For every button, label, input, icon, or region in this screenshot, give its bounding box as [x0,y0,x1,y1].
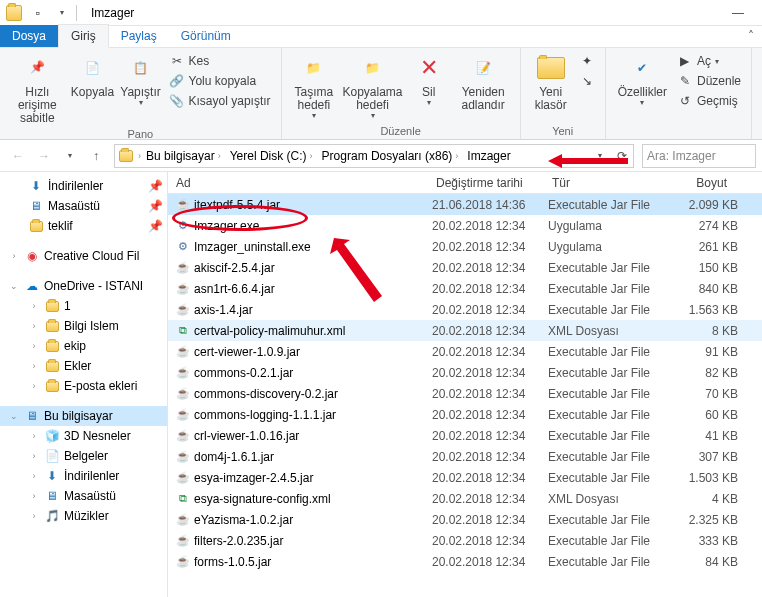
tree-downloads[interactable]: ⬇İndirilenler📌 [0,176,167,196]
group-clipboard-label: Pano [6,128,275,142]
file-row[interactable]: axis-1.4.jar20.02.2018 12:34Executable J… [168,299,762,320]
search-input[interactable]: Ara: Imzager [642,144,756,168]
file-row[interactable]: forms-1.0.5.jar20.02.2018 12:34Executabl… [168,551,762,572]
file-date: 20.02.2018 12:34 [432,471,548,485]
file-row[interactable]: akiscif-2.5.4.jar20.02.2018 12:34Executa… [168,257,762,278]
open-button[interactable]: ▶Aç▾ [673,52,745,70]
col-name[interactable]: Ad [168,176,428,190]
breadcrumb[interactable]: › Bu bilgisayar› Yerel Disk (C:)› Progra… [114,144,634,168]
file-row[interactable]: Imzager.exe20.02.2018 12:34Uygulama274 K… [168,215,762,236]
file-row[interactable]: esya-imzager-2.4.5.jar20.02.2018 12:34Ex… [168,467,762,488]
file-row[interactable]: commons-logging-1.1.1.jar20.02.2018 12:3… [168,404,762,425]
tree-od-ekip[interactable]: ›ekip [0,336,167,356]
select-all-button[interactable]: ☰Tümünü [758,52,762,70]
new-folder-button[interactable]: Yeni klasör [527,50,575,114]
tree-music[interactable]: ›🎵Müzikler [0,506,167,526]
navigation-tree[interactable]: ⬇İndirilenler📌 🖥Masaüstü📌 teklif📌 ›◉Crea… [0,172,168,597]
tree-od-ekler[interactable]: ›Ekler [0,356,167,376]
tree-desk[interactable]: ›🖥Masaüstü [0,486,167,506]
easy-access-button[interactable]: ↘ [575,72,599,90]
tab-share[interactable]: Paylaş [109,25,169,47]
file-row[interactable]: dom4j-1.6.1.jar20.02.2018 12:34Executabl… [168,446,762,467]
forward-button[interactable]: → [32,144,56,168]
col-type[interactable]: Tür [544,176,668,190]
file-name: Imzager.exe [192,219,432,233]
file-size: 8 KB [672,324,738,338]
tree-od-bilgi[interactable]: ›Bilgi Islem [0,316,167,336]
breadcrumb-seg-2[interactable]: Program Dosyaları (x86)› [318,145,464,167]
tree-3d[interactable]: ›🧊3D Nesneler [0,426,167,446]
breadcrumb-seg-1[interactable]: Yerel Disk (C:)› [226,145,318,167]
file-type: Executable Jar File [548,555,672,569]
file-row[interactable]: eYazisma-1.0.2.jar20.02.2018 12:34Execut… [168,509,762,530]
col-date[interactable]: Değiştirme tarihi [428,176,544,190]
qat-dropdown-icon[interactable]: ▾ [52,3,72,23]
tab-file[interactable]: Dosya [0,25,58,47]
rename-button[interactable]: 📝 Yeniden adlandır [453,50,514,114]
cut-button[interactable]: ✂Kes [165,52,275,70]
col-size[interactable]: Boyut [668,176,736,190]
breadcrumb-seg-3[interactable]: Imzager [463,145,514,167]
ribbon-expand-icon[interactable]: ˄ [740,25,762,47]
file-size: 333 KB [672,534,738,548]
file-size: 1.503 KB [672,471,738,485]
file-row[interactable]: Imzager_uninstall.exe20.02.2018 12:34Uyg… [168,236,762,257]
rename-label: Yeniden adlandır [459,86,508,112]
refresh-button[interactable]: ⟳ [611,145,633,167]
tree-onedrive[interactable]: ⌄☁OneDrive - ISTANI [0,276,167,296]
file-row[interactable]: itextpdf-5.5.4.jar21.06.2018 14:36Execut… [168,194,762,215]
invert-selection-button[interactable]: ◧Diğerler [758,92,762,110]
file-date: 20.02.2018 12:34 [432,513,548,527]
breadcrumb-dropdown[interactable]: ▾ [589,145,611,167]
edit-button[interactable]: ✎Düzenle [673,72,745,90]
history-button[interactable]: ↺Geçmiş [673,92,745,110]
qat-properties-icon[interactable]: ▫ [28,3,48,23]
file-row[interactable]: crl-viewer-1.0.16.jar20.02.2018 12:34Exe… [168,425,762,446]
pin-quick-access-button[interactable]: 📌 Hızlı erişime sabitle [6,50,69,128]
file-size: 91 KB [672,345,738,359]
breadcrumb-folder-icon [115,150,137,162]
file-row[interactable]: cert-viewer-1.0.9.jar20.02.2018 12:34Exe… [168,341,762,362]
tree-this-pc[interactable]: ⌄🖥Bu bilgisayar [0,406,167,426]
file-type: Executable Jar File [548,261,672,275]
up-button[interactable]: ↑ [84,144,108,168]
tree-od-eposta[interactable]: ›E-posta ekleri [0,376,167,396]
file-row[interactable]: esya-signature-config.xml20.02.2018 12:3… [168,488,762,509]
tree-docs[interactable]: ›📄Belgeler [0,446,167,466]
copy-button[interactable]: 📄 Kopyala [69,50,117,101]
copyto-label: Kopyalama hedefi [343,86,403,112]
properties-button[interactable]: ✔ Özellikler▾ [612,50,673,110]
group-select-label [758,137,762,139]
back-button[interactable]: ← [6,144,30,168]
move-to-button[interactable]: 📁 Taşıma hedefi▾ [288,50,341,123]
file-row[interactable]: certval-policy-malimuhur.xml20.02.2018 1… [168,320,762,341]
copy-to-button[interactable]: 📁 Kopyalama hedefi▾ [340,50,404,123]
tab-view[interactable]: Görünüm [169,25,243,47]
file-name: esya-imzager-2.4.5.jar [192,471,432,485]
jar-icon [174,197,192,213]
new-item-button[interactable]: ✦ [575,52,599,70]
jar-icon [174,449,192,465]
paste-shortcut-button[interactable]: 📎Kısayol yapıştır [165,92,275,110]
delete-button[interactable]: ✕ Sil▾ [405,50,453,110]
file-date: 20.02.2018 12:34 [432,261,548,275]
file-row[interactable]: filters-2.0.235.jar20.02.2018 12:34Execu… [168,530,762,551]
tab-home[interactable]: Giriş [58,24,109,48]
paste-button[interactable]: 📋 Yapıştır ▾ [117,50,165,110]
tree-od-1[interactable]: ›1 [0,296,167,316]
tree-dl[interactable]: ›⬇İndirilenler [0,466,167,486]
file-row[interactable]: commons-0.2.1.jar20.02.2018 12:34Executa… [168,362,762,383]
minimize-button[interactable]: — [718,1,758,25]
tree-desktop[interactable]: 🖥Masaüstü📌 [0,196,167,216]
file-row[interactable]: commons-discovery-0.2.jar20.02.2018 12:3… [168,383,762,404]
file-list[interactable]: Ad Değiştirme tarihi Tür Boyut itextpdf-… [168,172,762,597]
file-name: Imzager_uninstall.exe [192,240,432,254]
file-size: 2.325 KB [672,513,738,527]
file-row[interactable]: asn1rt-6.6.4.jar20.02.2018 12:34Executab… [168,278,762,299]
tree-teklif[interactable]: teklif📌 [0,216,167,236]
breadcrumb-seg-0[interactable]: Bu bilgisayar› [142,145,226,167]
copy-path-button[interactable]: 🔗Yolu kopyala [165,72,275,90]
recent-dropdown[interactable]: ▾ [58,144,82,168]
tree-creative-cloud[interactable]: ›◉Creative Cloud Fil [0,246,167,266]
select-none-button[interactable]: ☐Hiçbirin [758,72,762,90]
